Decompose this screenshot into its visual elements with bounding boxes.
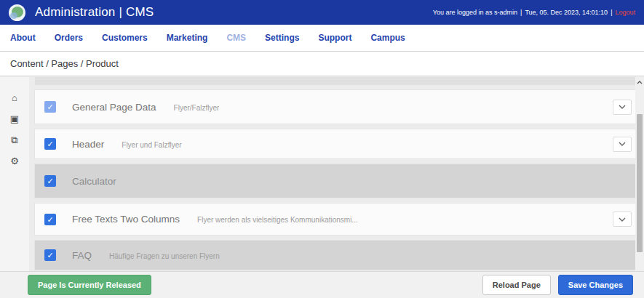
section-subtitle: Flyer/Falzflyer — [174, 102, 220, 112]
section-checkbox[interactable]: ✓ — [44, 138, 56, 150]
logo-blue-blob — [10, 12, 17, 19]
section-title: FAQ — [72, 250, 92, 261]
main-nav: AboutOrdersCustomersMarketingCMSSettings… — [0, 25, 644, 52]
nav-tab-cms[interactable]: CMS — [226, 33, 246, 43]
scroll-up-arrow-icon[interactable] — [635, 78, 644, 86]
content-area: ⌂▣⧉⚙ ✓General Page DataFlyer/Falzflyer✓H… — [0, 77, 644, 271]
nav-tab-support[interactable]: Support — [318, 33, 351, 43]
settings-gear-icon[interactable]: ⚙ — [10, 156, 19, 166]
nav-tab-customers[interactable]: Customers — [102, 33, 148, 43]
top-bar: Administration | CMS You are logged in a… — [0, 0, 644, 25]
nav-tab-marketing[interactable]: Marketing — [167, 33, 208, 43]
chevron-down-icon — [619, 217, 626, 222]
section-list: ✓General Page DataFlyer/Falzflyer✓Header… — [29, 77, 644, 271]
chevron-down-icon — [619, 105, 626, 109]
section-row: ✓HeaderFlyer und Falzflyer — [35, 129, 640, 158]
section-subtitle: Flyer und Falzflyer — [122, 140, 181, 149]
release-status-button[interactable]: Page Is Currently Released — [28, 275, 151, 295]
nav-tab-about[interactable]: About — [10, 33, 36, 43]
separator: | — [520, 9, 522, 16]
section-row: ✓Free Texts Two ColumnsFlyer werden als … — [35, 204, 640, 235]
section-title: General Page Data — [72, 102, 156, 113]
logout-link[interactable]: Logout — [615, 9, 635, 16]
nav-tab-settings[interactable]: Settings — [265, 33, 299, 43]
section-row: ✓Calculator — [35, 164, 640, 198]
section-checkbox[interactable]: ✓ — [44, 214, 56, 225]
breadcrumb: Content / Pages / Product — [10, 58, 119, 69]
breadcrumb-bar: Content / Pages / Product — [0, 52, 644, 76]
expand-section-button[interactable] — [613, 212, 632, 227]
vertical-scrollbar[interactable] — [635, 77, 644, 271]
section-title: Calculator — [72, 176, 116, 187]
scrolled-partial-row — [35, 77, 640, 85]
login-status-text: You are logged in as s-admin — [433, 9, 517, 16]
app-title: Administration | CMS — [35, 5, 154, 20]
scrollbar-thumb[interactable] — [637, 114, 643, 252]
section-checkbox[interactable]: ✓ — [44, 101, 56, 113]
chevron-down-icon — [619, 142, 626, 146]
save-changes-button[interactable]: Save Changes — [558, 275, 633, 295]
expand-section-button[interactable] — [613, 137, 632, 152]
section-row: ✓FAQHäufige Fragen zu unseren Flyern — [35, 241, 640, 270]
datetime-text: Tue, 05. Dec 2023, 14:01:10 — [525, 9, 608, 16]
separator: | — [611, 9, 612, 16]
preview-icon[interactable]: ▣ — [10, 114, 19, 124]
nav-tab-orders[interactable]: Orders — [55, 33, 83, 43]
home-icon[interactable]: ⌂ — [12, 93, 17, 103]
section-row: ✓General Page DataFlyer/Falzflyer — [35, 90, 640, 124]
session-info: You are logged in as s-admin | Tue, 05. … — [433, 9, 635, 16]
section-title: Free Texts Two Columns — [72, 214, 180, 225]
section-subtitle: Flyer werden als vielseitiges Kommunikat… — [197, 214, 358, 224]
admin-cms-screen: Administration | CMS You are logged in a… — [0, 0, 644, 298]
section-checkbox[interactable]: ✓ — [44, 249, 56, 261]
nav-tab-campus[interactable]: Campus — [370, 33, 405, 43]
pages-icon[interactable]: ⧉ — [11, 135, 17, 145]
section-checkbox[interactable]: ✓ — [44, 175, 56, 187]
footer-action-bar: Page Is Currently Released Reload Page S… — [0, 271, 644, 298]
reload-page-button[interactable]: Reload Page — [482, 275, 551, 295]
expand-section-button[interactable] — [613, 100, 632, 115]
icon-side-rail: ⌂▣⧉⚙ — [0, 77, 29, 271]
section-subtitle: Häufige Fragen zu unseren Flyern — [109, 251, 220, 260]
brand-logo-icon[interactable] — [9, 4, 25, 21]
section-title: Header — [72, 139, 104, 150]
